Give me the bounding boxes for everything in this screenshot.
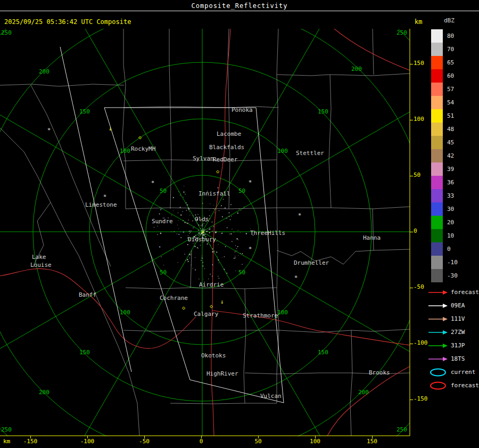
echo-dot [182,211,183,212]
echo-dot [215,208,216,209]
echo-dot [206,231,207,232]
colorbar-value: 0 [447,246,451,252]
echo-dot [178,234,179,235]
legend-arrow-icon [428,316,448,322]
colorbar-value: -30 [447,272,458,279]
colorbar-swatch [431,149,443,162]
legend-row: current [428,365,479,379]
echo-dot [241,210,241,211]
city-label: RockyMH [131,145,155,152]
right-axis-tick-label: 0 [414,227,417,234]
city-label: Strathmore [243,312,278,319]
site-diamond-marker: ◇ [216,168,219,174]
colorbar-swatch [431,56,443,69]
echo-dot [236,250,237,251]
colorbar-value: 48 [447,126,454,133]
colorbar-row: -30 [431,269,479,282]
echo-dot [218,278,219,279]
city-label: Sylvan [193,155,214,162]
echo-dot [222,216,223,217]
echo-dot [230,219,231,220]
echo-dot [200,245,201,246]
echo-dot [204,234,205,235]
echo-dot [188,219,189,221]
range-ring-label: 200 [351,66,362,72]
echo-dot [191,231,191,231]
echo-dot [178,191,179,192]
colorbar-swatch [431,109,443,123]
echo-dot [240,253,241,254]
radar-display-screen: Composite_Reflectivity 2025/09/25 05:36:… [0,0,479,448]
range-ring-label: 150 [318,349,328,356]
colorbar-row: 30 [431,202,479,216]
colorbar-swatch [431,29,443,43]
colorbar-swatch [431,189,443,202]
right-axis-tick [410,176,413,176]
echo-dot [199,279,200,280]
echo-dot [160,209,161,210]
site-diamond-marker: ◇ [201,229,204,234]
bottom-axis-tick-label: 0 [200,438,203,445]
colorbar-swatch [431,96,443,109]
echo-dot [157,226,158,226]
station-asterisk-marker: * [47,127,51,134]
legend-label: 31JP [451,342,465,349]
echo-dot [180,237,181,238]
site-diamond-marker: ◇ [210,303,213,309]
colorbar-value: 39 [447,166,454,173]
city-label: Louise [30,262,52,268]
range-ring-label: 100 [120,309,130,316]
right-axis-tick-label: 100 [414,116,424,123]
echo-dot [177,262,178,263]
echo-dot [191,264,192,265]
right-axis-tick-label: 150 [414,60,424,67]
echo-dot [232,229,232,229]
echo-dot [178,229,179,229]
colorbar-value: 70 [447,46,454,53]
colorbar-swatch [431,162,443,176]
echo-dot [204,230,205,231]
echo-dot [231,216,232,217]
colorbar-row: 39 [431,162,479,176]
echo-dot [234,258,235,259]
echo-dot [171,231,172,232]
echo-dot [197,247,198,248]
echo-dot [198,225,199,226]
echo-dot [195,257,195,258]
echo-dot [221,205,222,206]
echo-dot [219,263,219,263]
colorbar-swatch [431,256,443,269]
echo-dot [154,227,155,228]
echo-dot [173,197,174,198]
legend-ellipse-icon [428,368,448,377]
colorbar-row: 33 [431,189,479,202]
echo-dot [189,233,190,233]
station-asterisk-marker: * [151,180,155,186]
echo-dot [193,243,194,244]
track-arrow-marker: ↓ [220,298,224,305]
bottom-axis-tick [30,436,31,438]
legend-arrow-icon [428,329,448,336]
colorbar-value: 65 [447,59,454,66]
city-label: Lake [32,254,46,260]
colorbar-value: 10 [447,232,454,239]
echo-dot [207,243,208,245]
echo-dot [213,226,214,227]
echo-dot [229,216,230,217]
colorbar-row: 36 [431,176,479,189]
echo-dot [193,227,194,229]
echo-dot [189,211,190,211]
legend-row: 09EA [428,299,479,312]
echo-dot [237,246,238,247]
echo-dot [194,226,195,227]
legend-arrow-icon [428,343,448,349]
echo-dot [184,186,184,186]
city-label: Brooks [369,369,390,376]
legend-label: 18TS [451,355,465,362]
colorbar-value: 45 [447,139,454,146]
echo-dot [203,223,204,224]
colorbar-value: 80 [447,32,454,39]
bottom-axis-tick-label: -100 [80,438,95,445]
echo-dot [193,268,193,268]
echo-dot [236,238,237,239]
